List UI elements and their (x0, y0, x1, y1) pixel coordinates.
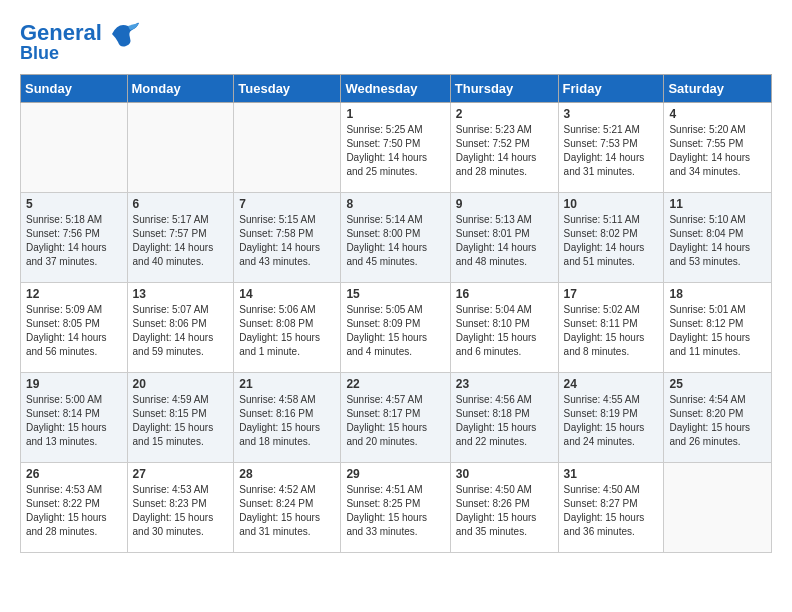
logo-bird-icon (110, 20, 140, 48)
day-number: 31 (564, 467, 659, 481)
day-number: 27 (133, 467, 229, 481)
calendar-day-18: 18Sunrise: 5:01 AM Sunset: 8:12 PM Dayli… (664, 282, 772, 372)
day-number: 18 (669, 287, 766, 301)
day-info: Sunrise: 4:54 AM Sunset: 8:20 PM Dayligh… (669, 393, 766, 449)
day-number: 2 (456, 107, 553, 121)
day-info: Sunrise: 4:50 AM Sunset: 8:27 PM Dayligh… (564, 483, 659, 539)
day-number: 3 (564, 107, 659, 121)
calendar-day-25: 25Sunrise: 4:54 AM Sunset: 8:20 PM Dayli… (664, 372, 772, 462)
calendar-day-6: 6Sunrise: 5:17 AM Sunset: 7:57 PM Daylig… (127, 192, 234, 282)
calendar-week-row: 1Sunrise: 5:25 AM Sunset: 7:50 PM Daylig… (21, 102, 772, 192)
day-number: 26 (26, 467, 122, 481)
weekday-header-tuesday: Tuesday (234, 74, 341, 102)
weekday-header-saturday: Saturday (664, 74, 772, 102)
logo: General Blue (20, 20, 140, 64)
calendar-day-21: 21Sunrise: 4:58 AM Sunset: 8:16 PM Dayli… (234, 372, 341, 462)
day-info: Sunrise: 5:02 AM Sunset: 8:11 PM Dayligh… (564, 303, 659, 359)
calendar-day-19: 19Sunrise: 5:00 AM Sunset: 8:14 PM Dayli… (21, 372, 128, 462)
calendar-day-15: 15Sunrise: 5:05 AM Sunset: 8:09 PM Dayli… (341, 282, 450, 372)
weekday-header-thursday: Thursday (450, 74, 558, 102)
day-number: 8 (346, 197, 444, 211)
day-number: 4 (669, 107, 766, 121)
day-info: Sunrise: 5:15 AM Sunset: 7:58 PM Dayligh… (239, 213, 335, 269)
day-number: 5 (26, 197, 122, 211)
calendar-day-31: 31Sunrise: 4:50 AM Sunset: 8:27 PM Dayli… (558, 462, 664, 552)
calendar-day-23: 23Sunrise: 4:56 AM Sunset: 8:18 PM Dayli… (450, 372, 558, 462)
calendar-day-29: 29Sunrise: 4:51 AM Sunset: 8:25 PM Dayli… (341, 462, 450, 552)
day-number: 6 (133, 197, 229, 211)
day-info: Sunrise: 5:25 AM Sunset: 7:50 PM Dayligh… (346, 123, 444, 179)
day-number: 17 (564, 287, 659, 301)
calendar-day-27: 27Sunrise: 4:53 AM Sunset: 8:23 PM Dayli… (127, 462, 234, 552)
day-info: Sunrise: 5:14 AM Sunset: 8:00 PM Dayligh… (346, 213, 444, 269)
day-number: 10 (564, 197, 659, 211)
calendar-week-row: 12Sunrise: 5:09 AM Sunset: 8:05 PM Dayli… (21, 282, 772, 372)
day-info: Sunrise: 5:23 AM Sunset: 7:52 PM Dayligh… (456, 123, 553, 179)
day-info: Sunrise: 5:00 AM Sunset: 8:14 PM Dayligh… (26, 393, 122, 449)
calendar-day-24: 24Sunrise: 4:55 AM Sunset: 8:19 PM Dayli… (558, 372, 664, 462)
day-number: 24 (564, 377, 659, 391)
calendar-day-26: 26Sunrise: 4:53 AM Sunset: 8:22 PM Dayli… (21, 462, 128, 552)
calendar-week-row: 19Sunrise: 5:00 AM Sunset: 8:14 PM Dayli… (21, 372, 772, 462)
day-info: Sunrise: 4:53 AM Sunset: 8:22 PM Dayligh… (26, 483, 122, 539)
day-info: Sunrise: 5:17 AM Sunset: 7:57 PM Dayligh… (133, 213, 229, 269)
calendar-day-5: 5Sunrise: 5:18 AM Sunset: 7:56 PM Daylig… (21, 192, 128, 282)
day-number: 30 (456, 467, 553, 481)
day-number: 1 (346, 107, 444, 121)
calendar-day-20: 20Sunrise: 4:59 AM Sunset: 8:15 PM Dayli… (127, 372, 234, 462)
day-info: Sunrise: 5:09 AM Sunset: 8:05 PM Dayligh… (26, 303, 122, 359)
calendar-day-30: 30Sunrise: 4:50 AM Sunset: 8:26 PM Dayli… (450, 462, 558, 552)
day-info: Sunrise: 4:50 AM Sunset: 8:26 PM Dayligh… (456, 483, 553, 539)
weekday-header-wednesday: Wednesday (341, 74, 450, 102)
day-info: Sunrise: 4:52 AM Sunset: 8:24 PM Dayligh… (239, 483, 335, 539)
day-info: Sunrise: 5:10 AM Sunset: 8:04 PM Dayligh… (669, 213, 766, 269)
calendar-day-22: 22Sunrise: 4:57 AM Sunset: 8:17 PM Dayli… (341, 372, 450, 462)
day-info: Sunrise: 4:55 AM Sunset: 8:19 PM Dayligh… (564, 393, 659, 449)
calendar-day-4: 4Sunrise: 5:20 AM Sunset: 7:55 PM Daylig… (664, 102, 772, 192)
calendar-empty-cell (127, 102, 234, 192)
day-info: Sunrise: 5:13 AM Sunset: 8:01 PM Dayligh… (456, 213, 553, 269)
calendar-day-17: 17Sunrise: 5:02 AM Sunset: 8:11 PM Dayli… (558, 282, 664, 372)
calendar-day-3: 3Sunrise: 5:21 AM Sunset: 7:53 PM Daylig… (558, 102, 664, 192)
calendar-empty-cell (21, 102, 128, 192)
day-info: Sunrise: 4:58 AM Sunset: 8:16 PM Dayligh… (239, 393, 335, 449)
calendar-day-2: 2Sunrise: 5:23 AM Sunset: 7:52 PM Daylig… (450, 102, 558, 192)
day-number: 9 (456, 197, 553, 211)
day-info: Sunrise: 5:20 AM Sunset: 7:55 PM Dayligh… (669, 123, 766, 179)
calendar-day-28: 28Sunrise: 4:52 AM Sunset: 8:24 PM Dayli… (234, 462, 341, 552)
day-info: Sunrise: 5:01 AM Sunset: 8:12 PM Dayligh… (669, 303, 766, 359)
weekday-header-friday: Friday (558, 74, 664, 102)
day-number: 22 (346, 377, 444, 391)
day-info: Sunrise: 4:56 AM Sunset: 8:18 PM Dayligh… (456, 393, 553, 449)
calendar-day-14: 14Sunrise: 5:06 AM Sunset: 8:08 PM Dayli… (234, 282, 341, 372)
weekday-header-monday: Monday (127, 74, 234, 102)
calendar-header-row: SundayMondayTuesdayWednesdayThursdayFrid… (21, 74, 772, 102)
day-info: Sunrise: 5:05 AM Sunset: 8:09 PM Dayligh… (346, 303, 444, 359)
day-number: 20 (133, 377, 229, 391)
calendar-empty-cell (234, 102, 341, 192)
day-number: 12 (26, 287, 122, 301)
day-info: Sunrise: 4:51 AM Sunset: 8:25 PM Dayligh… (346, 483, 444, 539)
day-info: Sunrise: 4:53 AM Sunset: 8:23 PM Dayligh… (133, 483, 229, 539)
day-info: Sunrise: 5:11 AM Sunset: 8:02 PM Dayligh… (564, 213, 659, 269)
day-number: 15 (346, 287, 444, 301)
day-info: Sunrise: 5:07 AM Sunset: 8:06 PM Dayligh… (133, 303, 229, 359)
day-number: 21 (239, 377, 335, 391)
calendar-day-12: 12Sunrise: 5:09 AM Sunset: 8:05 PM Dayli… (21, 282, 128, 372)
day-number: 16 (456, 287, 553, 301)
calendar-day-7: 7Sunrise: 5:15 AM Sunset: 7:58 PM Daylig… (234, 192, 341, 282)
calendar-day-13: 13Sunrise: 5:07 AM Sunset: 8:06 PM Dayli… (127, 282, 234, 372)
calendar-day-16: 16Sunrise: 5:04 AM Sunset: 8:10 PM Dayli… (450, 282, 558, 372)
day-number: 19 (26, 377, 122, 391)
day-number: 14 (239, 287, 335, 301)
day-number: 23 (456, 377, 553, 391)
day-number: 7 (239, 197, 335, 211)
weekday-header-sunday: Sunday (21, 74, 128, 102)
day-info: Sunrise: 5:21 AM Sunset: 7:53 PM Dayligh… (564, 123, 659, 179)
day-info: Sunrise: 5:18 AM Sunset: 7:56 PM Dayligh… (26, 213, 122, 269)
day-number: 29 (346, 467, 444, 481)
day-number: 13 (133, 287, 229, 301)
day-info: Sunrise: 4:57 AM Sunset: 8:17 PM Dayligh… (346, 393, 444, 449)
logo-general: General (20, 20, 102, 45)
calendar-day-10: 10Sunrise: 5:11 AM Sunset: 8:02 PM Dayli… (558, 192, 664, 282)
